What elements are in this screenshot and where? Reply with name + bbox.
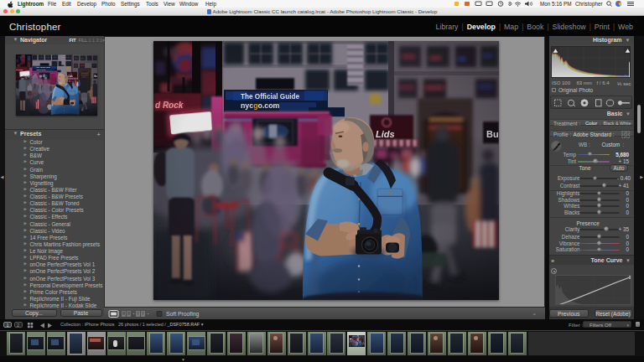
svg-text:Y: Y	[142, 312, 144, 316]
svg-text:Y: Y	[137, 312, 139, 316]
